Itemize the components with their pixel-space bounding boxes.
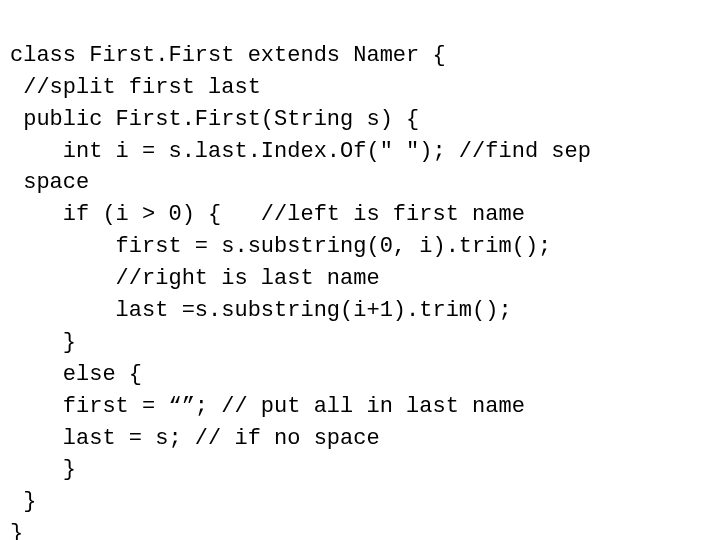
code-line: last =s.substring(i+1).trim(); [10, 298, 512, 323]
code-line: } [10, 330, 76, 355]
code-line: int i = s.last.Index.Of(" "); //find sep [10, 139, 591, 164]
code-line: space [10, 170, 89, 195]
code-line: class First.First extends Namer { [10, 43, 446, 68]
code-line: else { [10, 362, 142, 387]
code-line: last = s; // if no space [10, 426, 380, 451]
code-line: public First.First(String s) { [10, 107, 419, 132]
code-line: //split first last [10, 75, 261, 100]
code-line: } [10, 489, 36, 514]
code-line: } [10, 521, 23, 540]
code-line: if (i > 0) { //left is first name [10, 202, 525, 227]
code-line: } [10, 457, 76, 482]
code-line: first = “”; // put all in last name [10, 394, 525, 419]
code-block: class First.First extends Namer { //spli… [0, 0, 720, 540]
code-line: first = s.substring(0, i).trim(); [10, 234, 551, 259]
code-line: //right is last name [10, 266, 380, 291]
